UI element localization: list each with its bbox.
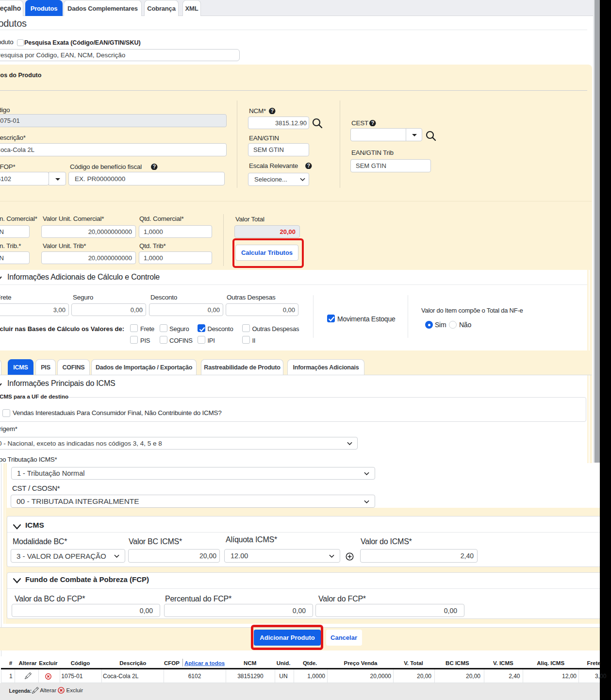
- svg-text:?: ?: [307, 163, 310, 168]
- svg-text:?: ?: [371, 120, 374, 126]
- svg-text:?: ?: [271, 108, 274, 114]
- svg-text:?: ?: [153, 164, 156, 169]
